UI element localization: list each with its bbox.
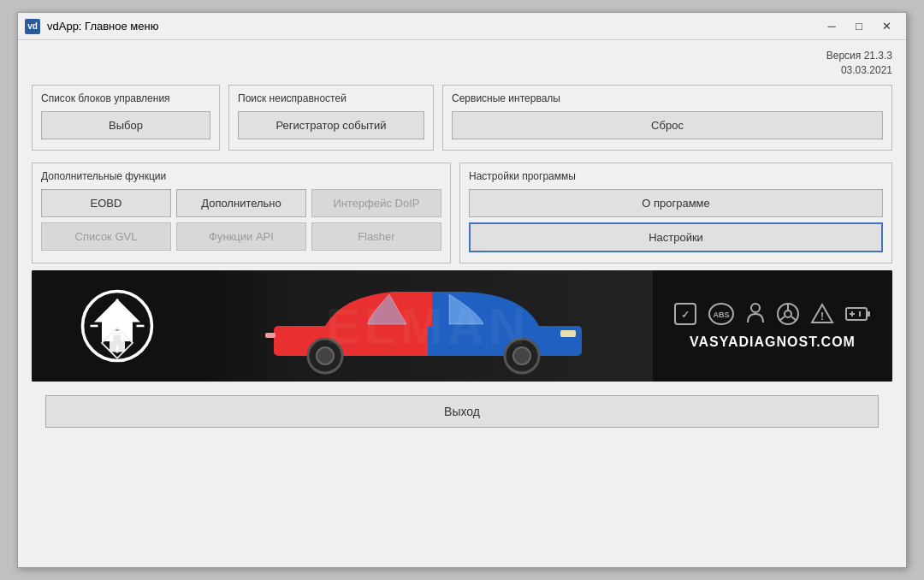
title-bar: vd vdApp: Главное меню ─ □ ✕ bbox=[18, 13, 906, 40]
car-image: ELMAN bbox=[203, 270, 653, 382]
svg-text:!: ! bbox=[820, 311, 824, 323]
banner-icons: ✓ ABS bbox=[673, 302, 872, 326]
version-text: Версия 21.3.3 bbox=[826, 49, 892, 63]
app-icon: vd bbox=[25, 19, 40, 34]
car-svg bbox=[257, 275, 599, 377]
svg-rect-27 bbox=[867, 311, 870, 317]
svg-point-10 bbox=[317, 347, 334, 364]
about-button[interactable]: О программе bbox=[469, 189, 883, 217]
svg-rect-13 bbox=[560, 330, 576, 337]
abs-icon: ABS bbox=[708, 302, 735, 326]
check-icon: ✓ bbox=[673, 302, 697, 326]
settings-grid: О программе Настройки bbox=[469, 189, 883, 252]
gvl-button: Список GVL bbox=[41, 222, 171, 251]
banner-site-text: VASYADIAGNOST.COM bbox=[690, 334, 856, 350]
window-controls: ─ □ ✕ bbox=[819, 17, 899, 36]
footer-bar: Выход bbox=[32, 388, 892, 435]
eobd-button[interactable]: EOBD bbox=[41, 189, 171, 217]
additional-grid: EOBD Дополнительно Интерфейс DoIP Список… bbox=[41, 189, 441, 251]
panel-additional: Дополнительные функции EOBD Дополнительн… bbox=[32, 163, 451, 263]
select-button[interactable]: Выбор bbox=[41, 111, 210, 139]
svg-line-24 bbox=[791, 317, 797, 321]
svg-point-12 bbox=[513, 347, 530, 364]
close-button[interactable]: ✕ bbox=[874, 17, 899, 36]
svg-text:✓: ✓ bbox=[681, 309, 690, 321]
banner: ELMAN bbox=[32, 270, 892, 382]
banner-car: ELMAN bbox=[203, 270, 653, 382]
event-log-button[interactable]: Регистратор событий bbox=[238, 111, 424, 139]
version-date: 03.03.2021 bbox=[826, 63, 892, 78]
top-panels: Список блоков управления Выбор Поиск неи… bbox=[32, 85, 892, 151]
settings-button[interactable]: Настройки bbox=[469, 222, 883, 252]
svg-rect-6 bbox=[110, 334, 125, 352]
main-window: vd vdApp: Главное меню ─ □ ✕ Версия 21.3… bbox=[17, 12, 907, 568]
exit-button[interactable]: Выход bbox=[45, 395, 879, 428]
main-content: Версия 21.3.3 03.03.2021 Список блоков у… bbox=[18, 40, 906, 567]
banner-right: ✓ ABS bbox=[653, 270, 892, 382]
svg-point-19 bbox=[751, 304, 760, 312]
bottom-panels: Дополнительные функции EOBD Дополнительн… bbox=[32, 163, 892, 263]
panel-search: Поиск неисправностей Регистратор событий bbox=[228, 85, 434, 151]
battery-icon bbox=[844, 302, 872, 326]
svg-line-23 bbox=[779, 317, 785, 321]
svg-rect-26 bbox=[846, 308, 867, 320]
panel-additional-title: Дополнительные функции bbox=[41, 170, 441, 182]
interface-button: Интерфейс DoIP bbox=[311, 189, 441, 217]
panel-blocks-title: Список блоков управления bbox=[41, 92, 210, 104]
additional-button[interactable]: Дополнительно bbox=[176, 189, 306, 217]
reset-button[interactable]: Сброс bbox=[452, 111, 883, 139]
panel-service: Сервисные интервалы Сброс bbox=[442, 85, 892, 151]
steering-icon bbox=[776, 302, 800, 326]
panel-settings: Настройки программы О программе Настройк… bbox=[459, 163, 892, 263]
svg-rect-14 bbox=[265, 333, 275, 338]
flasher-button: Flasher bbox=[311, 222, 441, 251]
version-info: Версия 21.3.3 03.03.2021 bbox=[32, 49, 892, 78]
banner-left bbox=[32, 270, 203, 382]
minimize-button[interactable]: ─ bbox=[819, 17, 844, 36]
panel-service-title: Сервисные интервалы bbox=[452, 92, 883, 104]
svg-point-21 bbox=[785, 311, 791, 317]
panel-settings-title: Настройки программы bbox=[469, 170, 883, 182]
panel-blocks: Список блоков управления Выбор bbox=[32, 85, 220, 151]
svg-text:ABS: ABS bbox=[713, 311, 729, 319]
warning-icon: ! bbox=[810, 302, 834, 326]
person-icon bbox=[745, 302, 766, 326]
api-button: Функции API bbox=[176, 222, 306, 251]
vasyalogo-icon bbox=[79, 287, 156, 364]
svg-rect-7 bbox=[113, 330, 122, 334]
restore-button[interactable]: □ bbox=[846, 17, 872, 36]
window-title: vdApp: Главное меню bbox=[47, 20, 819, 33]
panel-search-title: Поиск неисправностей bbox=[238, 92, 424, 104]
